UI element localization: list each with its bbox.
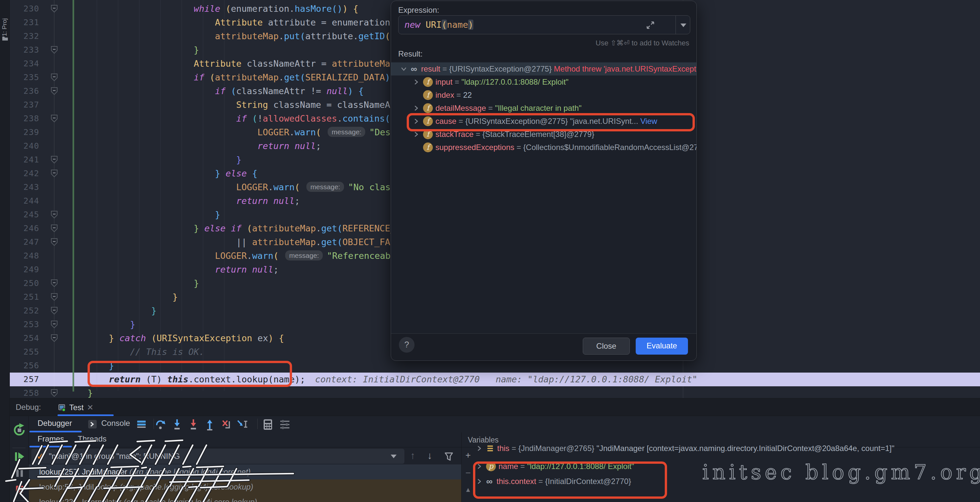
line-number[interactable]: 230	[13, 2, 39, 16]
code-line[interactable]: }	[88, 386, 93, 398]
help-button[interactable]: ?	[399, 337, 415, 353]
line-number[interactable]: 246	[13, 222, 39, 235]
fold-marker[interactable]	[50, 115, 59, 123]
code-line[interactable]: }	[194, 43, 199, 57]
code-line[interactable]: }	[236, 153, 242, 167]
line-number[interactable]: 238	[13, 112, 39, 126]
code-line[interactable]: return null;	[258, 139, 321, 153]
line-number[interactable]: 239	[13, 126, 39, 139]
result-tree-row[interactable]: ∞result = {URISyntaxException@2775} Meth…	[391, 62, 697, 75]
add-watch-icon[interactable]: +	[461, 450, 475, 461]
result-tree-row[interactable]: findex = 22	[391, 89, 697, 102]
tab-debugger[interactable]: Debugger	[38, 419, 72, 428]
filter-frames-icon[interactable]	[443, 451, 455, 462]
line-number[interactable]: 253	[13, 318, 39, 331]
tab-console[interactable]: Console	[101, 419, 130, 428]
reset-frame-icon[interactable]	[220, 418, 232, 431]
result-tree-row[interactable]: finput = "ldap://127.0.0.1:8088/ Exploit…	[391, 75, 697, 89]
tab-frames[interactable]: Frames	[38, 434, 64, 443]
line-number[interactable]: 251	[13, 290, 39, 304]
next-frame-icon[interactable]: ↓	[427, 450, 432, 461]
chevron-icon[interactable]	[412, 104, 420, 112]
code-line[interactable]: return null;	[236, 194, 300, 208]
code-line[interactable]: } catch (URISyntaxException ex) {	[109, 331, 284, 345]
code-line[interactable]: return null;	[215, 263, 278, 276]
line-number[interactable]: 258	[13, 386, 39, 398]
frame-row[interactable]: lookup:257, JndiManager (org.apache.logg…	[29, 464, 461, 480]
previous-frame-icon[interactable]: ↑	[410, 450, 415, 461]
line-number[interactable]: 240	[13, 139, 39, 153]
layout-settings-icon[interactable]	[278, 418, 291, 431]
fold-marker[interactable]	[50, 293, 59, 301]
chevron-icon[interactable]	[475, 444, 484, 453]
frame-row[interactable]: lookup:221, Interpolator (org.apache.log…	[29, 494, 461, 502]
line-number[interactable]: 243	[13, 180, 39, 194]
pause-button-icon[interactable]	[14, 468, 25, 478]
evaluate-button[interactable]: Evaluate	[636, 338, 688, 355]
code-line[interactable]: while (enumeration.hasMore()) {	[194, 2, 358, 16]
line-number[interactable]: 257	[13, 373, 39, 386]
line-number[interactable]: 236	[13, 84, 39, 98]
code-line[interactable]: // This is OK.	[130, 345, 205, 359]
line-number[interactable]: 248	[13, 249, 39, 263]
stop-button-icon[interactable]	[14, 484, 25, 494]
line-number[interactable]: 234	[13, 57, 39, 70]
expand-icon[interactable]	[646, 20, 655, 30]
fold-marker[interactable]	[50, 279, 59, 288]
fold-marker[interactable]	[50, 5, 59, 13]
fold-marker[interactable]	[50, 73, 59, 82]
result-tree-row[interactable]: fsuppressedExceptions = {Collections$Unm…	[391, 141, 697, 154]
force-step-into-icon[interactable]	[187, 418, 200, 431]
fold-marker[interactable]	[50, 389, 59, 397]
line-number[interactable]: 249	[13, 263, 39, 276]
fold-marker[interactable]	[50, 210, 59, 219]
code-line[interactable]: }	[151, 304, 156, 318]
result-tree[interactable]: ∞result = {URISyntaxException@2775} Meth…	[391, 62, 697, 334]
fold-marker[interactable]	[50, 156, 59, 164]
line-number[interactable]: 245	[13, 208, 39, 222]
line-number[interactable]: 242	[13, 167, 39, 180]
frames-list[interactable]: lookup:257, JndiManager (org.apache.logg…	[29, 464, 461, 502]
expression-input[interactable]: new URI(name)	[398, 15, 690, 34]
project-stripe-label[interactable]: 1: Proj	[1, 10, 8, 36]
code-line[interactable]: if (classNameAttr != null) {	[215, 84, 364, 98]
fold-marker[interactable]	[50, 238, 59, 246]
fold-marker[interactable]	[50, 306, 59, 315]
line-number[interactable]: 235	[13, 70, 39, 84]
fold-marker[interactable]	[50, 320, 59, 329]
line-number[interactable]: 252	[13, 304, 39, 318]
fold-marker[interactable]	[50, 224, 59, 233]
rerun-button-icon[interactable]	[13, 423, 26, 437]
line-number[interactable]: 244	[13, 194, 39, 208]
line-number[interactable]: 255	[13, 345, 39, 359]
chevron-icon[interactable]	[399, 65, 408, 73]
line-number[interactable]: 237	[13, 98, 39, 112]
step-over-icon[interactable]	[154, 418, 167, 431]
line-number[interactable]: 247	[13, 235, 39, 249]
line-number[interactable]: 232	[13, 29, 39, 43]
line-number[interactable]: 254	[13, 331, 39, 345]
line-number[interactable]: 231	[13, 16, 39, 29]
code-line[interactable]: }	[130, 318, 135, 331]
code-line[interactable]: }	[215, 208, 220, 222]
variable-row[interactable]: this = {JndiManager@2765} "JndiManager […	[475, 441, 980, 456]
line-number[interactable]: 241	[13, 153, 39, 167]
code-line[interactable]: }	[194, 276, 199, 290]
result-tree-row[interactable]: fdetailMessage = "Illegal character in p…	[391, 102, 697, 115]
step-into-icon[interactable]	[170, 418, 184, 431]
chevron-icon[interactable]	[412, 78, 420, 86]
evaluate-expression-icon[interactable]	[261, 418, 274, 431]
step-out-icon[interactable]	[203, 418, 216, 431]
threads-view-icon[interactable]	[136, 419, 147, 430]
tab-threads[interactable]: Threads	[78, 434, 107, 443]
close-icon[interactable]: ✕	[87, 403, 94, 412]
code-line[interactable]: }	[172, 290, 178, 304]
fold-marker[interactable]	[50, 334, 59, 343]
close-button[interactable]: Close	[583, 338, 630, 355]
fold-marker[interactable]	[50, 46, 59, 54]
run-to-cursor-icon[interactable]	[236, 418, 249, 431]
expression-history-button[interactable]	[676, 16, 690, 34]
frame-row[interactable]: lookup:56, JndiLookup (org.apache.loggin…	[29, 480, 461, 494]
tab-test-session[interactable]: Test ✕	[57, 400, 94, 415]
line-number[interactable]: 256	[13, 359, 39, 373]
